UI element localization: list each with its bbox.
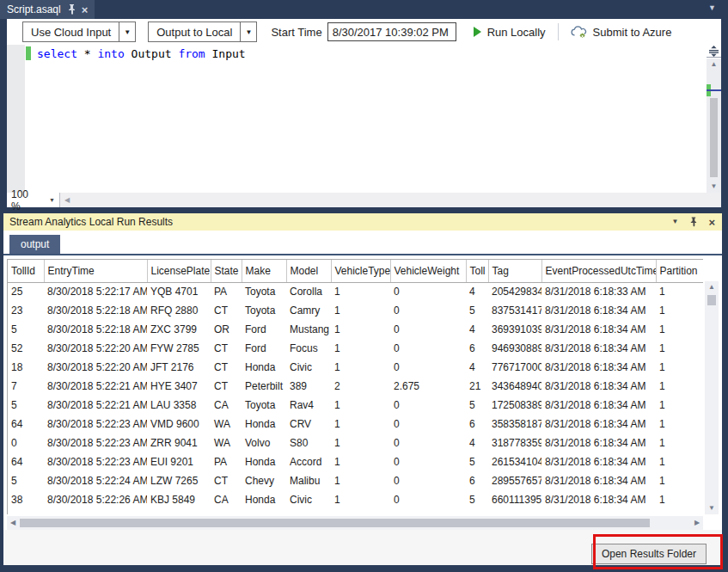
zoom-level-value: 100 % (11, 188, 39, 212)
window-menu-chevron-icon[interactable]: ▼ (671, 218, 678, 225)
column-header-entrytime[interactable]: EntryTime (44, 260, 147, 282)
output-to-local-dropdown[interactable]: Output to Local ▼ (148, 22, 257, 42)
caret-position-mark (707, 89, 721, 91)
table-row[interactable]: 78/30/2018 5:22:21 AMHYE 3407CTPeterbilt… (8, 377, 703, 396)
table-cell: 1 (331, 320, 390, 339)
column-header-tag[interactable]: Tag (488, 260, 541, 282)
scroll-down-icon[interactable]: ▼ (707, 181, 721, 193)
table-cell: 389 (286, 377, 331, 396)
scrollbar-thumb[interactable] (707, 295, 716, 305)
column-header-model[interactable]: Model (286, 260, 331, 282)
table-row[interactable]: 528/30/2018 5:22:20 AMFYW 2785CTFordFocu… (8, 339, 703, 358)
chevron-down-icon[interactable]: ▼ (119, 22, 135, 41)
chevron-down-icon: ▼ (49, 197, 55, 203)
column-header-partition[interactable]: Partition (656, 260, 703, 282)
pin-icon[interactable] (67, 4, 76, 15)
tab-script-asaql[interactable]: Script.asaql × (0, 0, 95, 19)
column-header-toll[interactable]: Toll (466, 260, 488, 282)
table-cell: 8/30/2018 5:22:21 AM (44, 377, 147, 396)
table-cell: 8/31/2018 6:18:33 AM (541, 282, 656, 301)
scroll-left-icon[interactable]: ◀ (7, 516, 19, 530)
table-row[interactable]: 58/30/2018 5:22:24 AMLZW 7265CTChevyMali… (8, 471, 703, 490)
table-cell: 0 (390, 339, 466, 358)
table-cell: 52 (8, 339, 44, 358)
table-cell: 1 (656, 415, 703, 434)
table-cell: 8/30/2018 5:22:26 AM (44, 509, 147, 514)
column-header-state[interactable]: State (211, 260, 242, 282)
table-cell: Accord (286, 509, 331, 514)
column-header-eventprocessedutctime[interactable]: EventProcessedUtcTime (541, 260, 656, 282)
editor-group: Use Cloud Input ▼ Output to Local ▼ Star… (7, 19, 721, 207)
editor-vertical-scrollbar[interactable]: ▲ ▼ (707, 45, 721, 193)
column-header-vehicleweight[interactable]: VehicleWeight (390, 260, 466, 282)
table-row[interactable]: 648/30/2018 5:22:23 AMVMD 9600WAHondaCRV… (8, 415, 703, 434)
code-token: into (97, 47, 124, 60)
code-token: select (37, 47, 77, 60)
table-cell: 1 (656, 301, 703, 320)
table-cell: 1 (656, 377, 703, 396)
column-header-make[interactable]: Make (242, 260, 286, 282)
table-cell: JFT 2176 (147, 358, 211, 377)
code-editor-surface[interactable]: select * into Output from Input (7, 45, 707, 193)
table-row[interactable]: 188/30/2018 5:22:20 AMJFT 2176CTHondaCiv… (8, 358, 703, 377)
table-cell: 1 (656, 434, 703, 452)
cloud-gear-icon (571, 26, 587, 39)
table-cell: 8/30/2018 5:22:17 AM (44, 282, 147, 301)
scroll-up-icon[interactable]: ▲ (707, 58, 721, 71)
tab-output[interactable]: output (9, 235, 60, 254)
table-cell: WA (211, 434, 242, 452)
table-row[interactable]: 58/30/2018 5:22:21 AMLAU 3358CAToyotaRav… (8, 396, 703, 415)
table-cell: 8/30/2018 5:22:21 AM (44, 396, 147, 415)
use-cloud-input-dropdown[interactable]: Use Cloud Input ▼ (22, 22, 136, 42)
scroll-left-icon[interactable]: ◀ (60, 196, 74, 204)
editor-splitter-handle[interactable] (707, 45, 721, 58)
results-vertical-scrollbar[interactable]: ▲ ▼ (705, 281, 719, 514)
table-cell: 1 (331, 358, 390, 377)
column-header-vehicletype[interactable]: VehicleType (331, 260, 390, 282)
table-row[interactable]: 238/30/2018 5:22:18 AMRFQ 2880CTToyotaCa… (8, 301, 703, 320)
start-time-input[interactable] (327, 22, 456, 41)
table-cell: 8/31/2018 6:18:34 AM (541, 358, 656, 377)
table-cell: PA (211, 452, 242, 471)
table-cell: 38 (8, 490, 44, 509)
table-row[interactable]: 58/30/2018 5:22:18 AMZXC 3799ORFordMusta… (8, 320, 703, 339)
table-cell: 318778359 (488, 434, 541, 452)
table-cell: VMD 9600 (147, 415, 211, 434)
column-header-tollid[interactable]: TollId (8, 260, 44, 282)
table-cell: TX (211, 509, 242, 514)
scrollbar-thumb[interactable] (710, 98, 718, 177)
table-cell: 4 (466, 358, 488, 377)
table-cell: 6 (466, 339, 488, 358)
table-cell: 205429834 (488, 282, 541, 301)
submit-to-azure-button[interactable]: Submit to Azure (566, 22, 677, 42)
table-cell: PA (211, 282, 242, 301)
code-token: from (178, 47, 205, 60)
table-row[interactable]: 648/30/2018 5:22:23 AMEUI 9201PAHondaAcc… (8, 452, 703, 471)
scroll-right-icon[interactable]: ▶ (691, 516, 703, 530)
tab-overflow-chevron-icon[interactable]: ▼ (708, 3, 716, 12)
close-icon[interactable]: × (708, 217, 715, 228)
results-horizontal-scrollbar[interactable]: ◀ ▶ (7, 516, 703, 530)
pin-icon[interactable] (689, 217, 697, 227)
table-cell: 4 (466, 434, 488, 452)
table-row[interactable]: 258/30/2018 5:22:17 AMYQB 4701PAToyotaCo… (8, 282, 703, 301)
scrollbar-thumb[interactable] (20, 519, 650, 527)
code-token: Output (125, 47, 179, 60)
table-row[interactable]: 08/30/2018 5:22:23 AMZRR 9041WAVolvoS801… (8, 434, 703, 452)
table-row[interactable]: 368/30/2018 5:22:26 AMMSI 3856TXHondaAcc… (8, 509, 703, 514)
chevron-down-icon[interactable]: ▼ (240, 22, 256, 41)
table-row[interactable]: 388/30/2018 5:22:26 AMKBJ 5849CAHondaCiv… (8, 490, 703, 509)
column-header-licenseplate[interactable]: LicensePlate (147, 260, 211, 282)
scroll-up-icon[interactable]: ▲ (705, 281, 719, 293)
close-icon[interactable]: × (82, 4, 89, 15)
table-cell: 1 (656, 358, 703, 377)
run-locally-button[interactable]: Run Locally (468, 22, 551, 42)
table-cell: 1 (331, 452, 390, 471)
table-cell: HYE 3407 (147, 377, 211, 396)
table-cell: Ford (242, 320, 286, 339)
tool-window-title: Stream Analytics Local Run Results (9, 216, 173, 228)
scrollbar-track[interactable]: ▲ ▼ (707, 58, 721, 193)
scroll-down-icon[interactable]: ▼ (705, 502, 719, 514)
table-cell: 64 (8, 452, 44, 471)
zoom-level-combo[interactable]: 100 % ▼ (7, 193, 60, 207)
